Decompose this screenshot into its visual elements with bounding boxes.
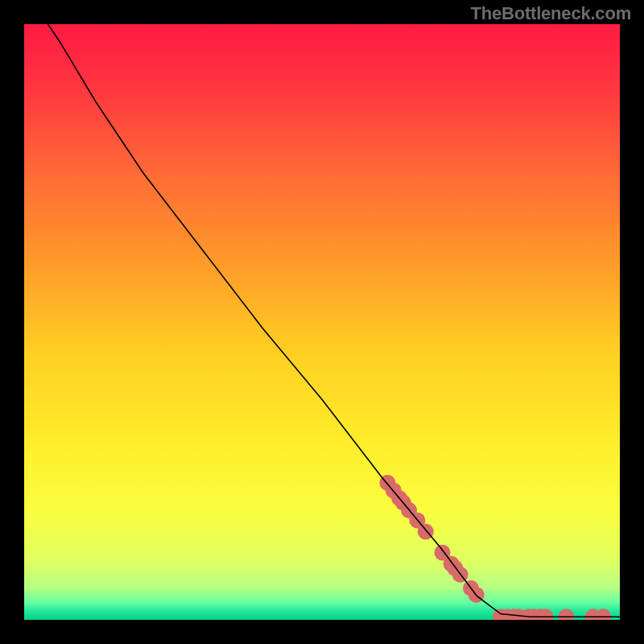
gradient-rect (24, 24, 620, 620)
watermark-text: TheBottleneck.com (470, 3, 631, 24)
chart-svg (24, 24, 620, 620)
plot-area (24, 24, 620, 620)
chart-frame: TheBottleneck.com (0, 0, 644, 644)
